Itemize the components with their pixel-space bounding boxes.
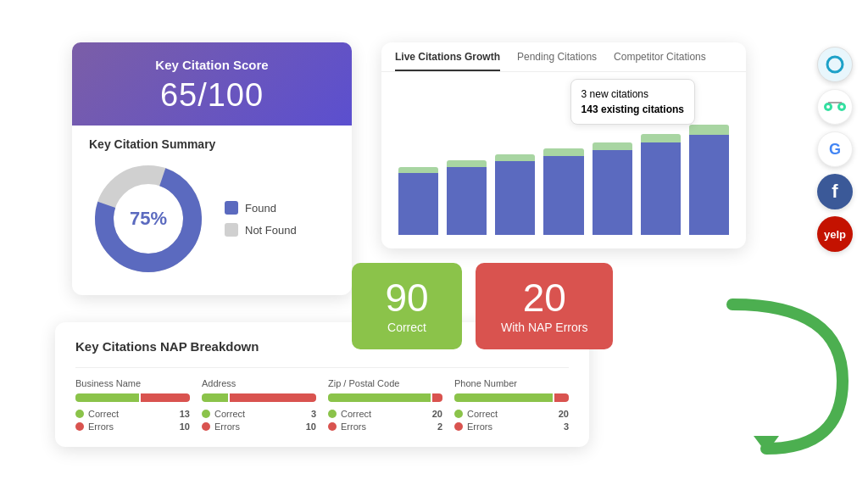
score-header: Key Citation Score 65/100 xyxy=(72,42,352,126)
legend-not-found: Not Found xyxy=(225,223,297,237)
found-label: Found xyxy=(245,202,276,215)
nap-col-2: Zip / Postal Code Correct 20 Errors 2 xyxy=(328,378,442,432)
tab-live-citations[interactable]: Live Citations Growth xyxy=(395,51,500,71)
svg-point-5 xyxy=(826,105,830,109)
nap-errors-label-2: Errors xyxy=(341,421,433,432)
nap-stats-2: Correct 20 Errors 2 xyxy=(328,409,442,432)
tooltip-new: 3 new citations xyxy=(581,86,684,102)
bar-group-5 xyxy=(641,134,681,235)
nap-stats-3: Correct 20 Errors 3 xyxy=(454,409,569,432)
nap-correct-row-1: Correct 3 xyxy=(202,409,316,419)
bars-area xyxy=(395,116,732,235)
score-boxes: 90 Correct 20 With NAP Errors xyxy=(352,263,613,349)
nap-bar-green-3 xyxy=(454,393,553,402)
nap-bar-red-3 xyxy=(554,393,569,402)
nap-correct-val-1: 3 xyxy=(311,409,316,419)
nap-errors-dot-2 xyxy=(328,422,337,431)
nap-errors-dot-3 xyxy=(454,422,463,431)
citation-score-card: Key Citation Score 65/100 Key Citation S… xyxy=(72,42,352,295)
nap-correct-label-0: Correct xyxy=(88,409,175,419)
nap-errors-row-2: Errors 2 xyxy=(328,421,442,432)
not-found-label: Not Found xyxy=(245,224,297,237)
nap-errors-row-1: Errors 10 xyxy=(202,421,316,432)
growth-chart-card: Live Citations Growth Pending Citations … xyxy=(381,42,746,248)
nap-bar-row-0 xyxy=(75,393,190,402)
nap-correct-label-3: Correct xyxy=(467,409,554,419)
icon-tripadvisor xyxy=(817,89,853,125)
nap-correct-dot-1 xyxy=(202,410,210,418)
tab-pending-citations[interactable]: Pending Citations xyxy=(517,51,597,71)
nap-stats-0: Correct 13 Errors 10 xyxy=(75,409,190,432)
nap-col-0: Business Name Correct 13 Errors 10 xyxy=(75,378,190,432)
tab-competitor-citations[interactable]: Competitor Citations xyxy=(614,51,706,71)
error-label: With NAP Errors xyxy=(501,321,587,334)
svg-point-6 xyxy=(840,105,843,109)
nap-correct-row-3: Correct 20 xyxy=(454,409,569,419)
nap-col-3: Phone Number Correct 20 Errors 3 xyxy=(454,378,569,432)
summary-body: 75% Found Not Found xyxy=(72,159,352,278)
social-icons: G f yelp xyxy=(817,47,853,252)
error-number: 20 xyxy=(501,278,587,317)
nap-bar-row-2 xyxy=(328,393,442,402)
score-value: 65/100 xyxy=(89,77,335,114)
nap-bar-red-0 xyxy=(141,393,190,402)
bar-group-3 xyxy=(543,148,583,235)
nap-errors-row-3: Errors 3 xyxy=(454,421,569,432)
nap-bar-row-1 xyxy=(202,393,316,402)
nap-correct-val-2: 20 xyxy=(432,409,442,419)
nap-errors-dot-0 xyxy=(75,422,84,431)
correct-number: 90 xyxy=(377,278,437,317)
legend: Found Not Found xyxy=(225,201,297,237)
summary-title: Key Citation Summary xyxy=(72,126,352,159)
nap-correct-val-0: 13 xyxy=(180,409,190,419)
nap-correct-row-0: Correct 13 xyxy=(75,409,190,419)
nap-correct-label-2: Correct xyxy=(341,409,428,419)
chart-tooltip: 3 new citations 143 existing citations xyxy=(570,79,695,125)
nap-col-title-2: Zip / Postal Code xyxy=(328,378,442,388)
nap-bar-row-3 xyxy=(454,393,569,402)
svg-point-2 xyxy=(827,57,843,72)
correct-score-box: 90 Correct xyxy=(352,263,462,349)
nap-errors-val-1: 10 xyxy=(306,421,316,432)
nap-bar-green-2 xyxy=(328,393,431,402)
nap-errors-label-3: Errors xyxy=(467,421,559,432)
nap-errors-val-0: 10 xyxy=(180,421,190,432)
nap-errors-val-2: 2 xyxy=(437,421,442,432)
nap-bar-green-0 xyxy=(75,393,139,402)
nap-stats-1: Correct 3 Errors 10 xyxy=(202,409,316,432)
bar-group-2 xyxy=(495,154,535,235)
main-container: Key Citation Score 65/100 Key Citation S… xyxy=(0,0,868,491)
chart-body: 3 new citations 143 existing citations xyxy=(381,72,746,235)
nap-correct-label-1: Correct xyxy=(214,409,307,419)
nap-col-title-1: Address xyxy=(202,378,316,388)
nap-col-title-0: Business Name xyxy=(75,378,190,388)
legend-found: Found xyxy=(225,201,297,215)
score-header-title: Key Citation Score xyxy=(89,58,335,72)
nap-errors-dot-1 xyxy=(202,422,210,431)
nap-bar-green-1 xyxy=(202,393,228,402)
bar-group-0 xyxy=(398,167,438,235)
nap-columns: Business Name Correct 13 Errors 10 Addre… xyxy=(75,378,569,432)
nap-correct-row-2: Correct 20 xyxy=(328,409,442,419)
green-arrow xyxy=(707,296,860,466)
correct-label: Correct xyxy=(377,321,437,334)
nap-bar-red-2 xyxy=(432,393,442,402)
icon-yelp-ring xyxy=(817,47,853,82)
nap-errors-row-0: Errors 10 xyxy=(75,421,190,432)
error-score-box: 20 With NAP Errors xyxy=(476,263,613,349)
bar-group-6 xyxy=(689,125,729,235)
bar-group-4 xyxy=(593,142,632,235)
nap-correct-dot-2 xyxy=(328,410,337,418)
not-found-dot xyxy=(225,223,238,237)
donut-percent: 75% xyxy=(130,208,167,230)
nap-col-1: Address Correct 3 Errors 10 xyxy=(202,378,316,432)
tooltip-existing: 143 existing citations xyxy=(581,102,684,117)
divider xyxy=(75,367,569,368)
bar-group-1 xyxy=(447,160,487,235)
nap-errors-label-1: Errors xyxy=(214,421,302,432)
chart-tabs: Live Citations Growth Pending Citations … xyxy=(381,42,746,72)
nap-errors-label-0: Errors xyxy=(88,421,175,432)
nap-correct-dot-3 xyxy=(454,410,463,418)
donut-chart: 75% xyxy=(89,159,208,278)
nap-correct-dot-0 xyxy=(75,410,84,418)
